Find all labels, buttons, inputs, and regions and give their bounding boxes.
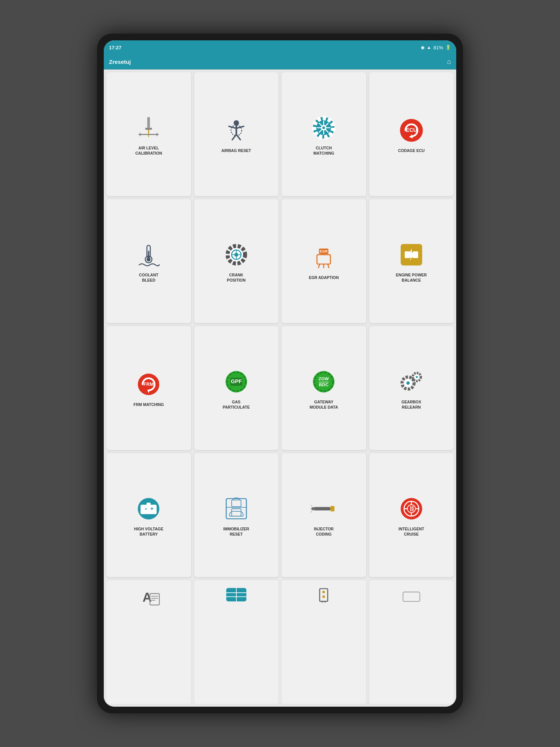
svg-rect-1 <box>145 128 152 130</box>
tablet-screen: 17:27 ◉ ▲ 81% 🔋 Zresetuj ⌂ <box>104 40 456 707</box>
svg-rect-92 <box>410 506 411 511</box>
air-level-label: AIR LEVELCALIBRATION <box>135 146 162 156</box>
gearbox-icon <box>396 367 426 397</box>
home-icon[interactable]: ⌂ <box>447 58 451 66</box>
coolant-label: COOLANTBLEED <box>139 273 158 283</box>
wifi-icon: ▲ <box>427 45 431 50</box>
svg-rect-77 <box>231 509 241 516</box>
grid-item-intelligent-cruise[interactable]: INTELLIGENTCRUISE <box>369 453 454 577</box>
grid-item-crank-position[interactable]: CRANKPOSITION <box>194 199 279 323</box>
engine-icon <box>396 240 426 270</box>
airbag-label: AIRBAG RESET <box>221 148 251 154</box>
svg-line-84 <box>311 511 312 513</box>
svg-rect-78 <box>314 507 330 511</box>
grid-item-air-level-calibration[interactable]: AIR LEVELCALIBRATION <box>106 72 192 196</box>
svg-rect-37 <box>317 255 330 264</box>
nav-bar: Zresetuj ⌂ <box>104 55 456 69</box>
injector-label: INJECTORCODING <box>314 527 334 537</box>
grid-item-codage-ecu[interactable]: ECU CODAGE ECU <box>369 72 454 196</box>
svg-line-8 <box>229 126 236 128</box>
air-level-icon <box>134 113 164 143</box>
egr-icon: EGR <box>309 242 339 272</box>
nav-title: Zresetuj <box>109 59 131 65</box>
svg-text:GPF: GPF <box>231 378 242 384</box>
battery-icon: 🔋 <box>445 45 451 50</box>
svg-text:FRM: FRM <box>144 382 154 387</box>
grid-item-airbag-reset[interactable]: AIRBAG RESET <box>194 72 279 196</box>
gpf-icon: GPF <box>221 367 251 397</box>
cruise-icon <box>396 494 426 524</box>
gearbox-label: GEARBOXRELEARN <box>401 400 421 410</box>
clutch-icon <box>309 113 339 143</box>
svg-rect-93 <box>412 506 413 511</box>
svg-text:EGR: EGR <box>320 249 328 254</box>
engine-label: ENGINE POWERBALANCE <box>396 273 427 283</box>
gpf-label: GASPARTICULATE <box>223 400 250 410</box>
svg-rect-0 <box>147 117 150 128</box>
svg-point-104 <box>323 591 325 593</box>
grid-item-partial-4[interactable] <box>369 580 454 704</box>
battery-hv-label: HIGH VOLTAGEBATTERY <box>134 527 163 537</box>
grid-item-egr-adaption[interactable]: EGR EGR ADAPTION <box>281 199 367 323</box>
grid-item-engine-power-balance[interactable]: ENGINE POWERBALANCE <box>369 199 454 323</box>
status-icons: ◉ ▲ 81% 🔋 <box>421 45 451 50</box>
svg-text:BDC: BDC <box>319 382 329 387</box>
grid-item-partial-1[interactable]: A <box>106 580 192 704</box>
time-display: 17:27 <box>109 45 121 50</box>
svg-rect-76 <box>231 500 241 507</box>
airbag-icon <box>221 115 251 145</box>
battery-display: 81% <box>433 45 443 50</box>
injector-icon <box>309 494 339 524</box>
grid-item-partial-2[interactable] <box>194 580 279 704</box>
immobilizer-label: IMMOBILIZERRESET <box>223 527 249 537</box>
grid-item-frm-matching[interactable]: FRM FRM MATCHING <box>106 326 192 450</box>
frm-icon: FRM <box>134 369 164 399</box>
svg-rect-103 <box>320 589 328 601</box>
svg-rect-79 <box>330 506 335 511</box>
grid-item-gateway-module-data[interactable]: ZGW BDC GATEWAYMODULE DATA <box>281 326 367 450</box>
battery-hv-icon: - + <box>134 494 164 524</box>
grid-item-gas-particulate[interactable]: GPF GASPARTICULATE <box>194 326 279 450</box>
tablet-device: 17:27 ◉ ▲ 81% 🔋 Zresetuj ⌂ <box>97 34 463 713</box>
ecu-label: CODAGE ECU <box>398 148 424 154</box>
gateway-icon: ZGW BDC <box>309 367 339 397</box>
egr-label: EGR ADAPTION <box>309 275 339 280</box>
frm-label: FRM MATCHING <box>134 402 164 407</box>
immobilizer-icon <box>221 494 251 524</box>
svg-line-42 <box>328 264 329 268</box>
svg-line-11 <box>236 134 240 140</box>
svg-rect-108 <box>403 592 420 601</box>
svg-text:ECU: ECU <box>406 127 417 133</box>
svg-text:ZGW: ZGW <box>319 376 329 381</box>
grid-item-injector-coding[interactable]: INJECTORCODING <box>281 453 367 577</box>
crank-label: CRANKPOSITION <box>227 273 246 283</box>
grid-item-partial-3[interactable] <box>281 580 367 704</box>
grid-item-clutch-matching[interactable]: CLUTCHMATCHING <box>281 72 367 196</box>
svg-marker-2 <box>148 130 149 137</box>
grid-item-gearbox-relearn[interactable]: GEARBOXRELEARN <box>369 326 454 450</box>
svg-text:-: - <box>145 505 147 513</box>
svg-point-32 <box>234 253 238 257</box>
signal-icon: ◉ <box>421 45 424 50</box>
svg-point-68 <box>416 376 417 378</box>
svg-line-82 <box>311 505 312 507</box>
crank-icon <box>221 240 251 270</box>
clutch-label: CLUTCHMATCHING <box>313 146 334 156</box>
gateway-label: GATEWAYMODULE DATA <box>309 400 338 410</box>
svg-text:+: + <box>150 505 154 512</box>
grid-item-high-voltage-battery[interactable]: - + HIGH VOLTAGEBATTERY <box>106 453 192 577</box>
cruise-label: INTELLIGENTCRUISE <box>398 527 424 537</box>
grid-item-coolant-bleed[interactable]: COOLANTBLEED <box>106 199 192 323</box>
svg-point-105 <box>323 595 325 598</box>
svg-point-65 <box>406 381 410 385</box>
svg-point-28 <box>147 258 151 262</box>
ecu-icon: ECU <box>396 115 426 145</box>
svg-point-21 <box>323 127 325 129</box>
function-grid: AIR LEVELCALIBRATION <box>104 69 456 707</box>
coolant-icon <box>134 240 164 270</box>
status-bar: 17:27 ◉ ▲ 81% 🔋 <box>104 40 456 55</box>
svg-line-40 <box>318 264 320 268</box>
svg-text:A: A <box>143 590 152 604</box>
svg-rect-70 <box>141 505 157 514</box>
grid-item-immobilizer-reset[interactable]: IMMOBILIZERRESET <box>194 453 279 577</box>
